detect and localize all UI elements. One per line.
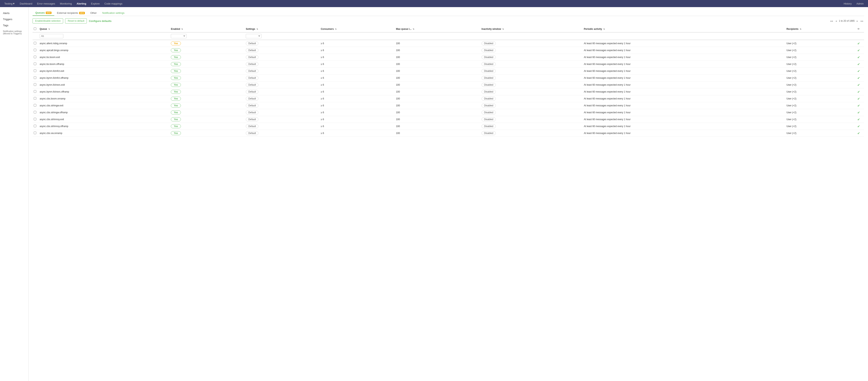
nav-explore[interactable]: Explore bbox=[89, 0, 102, 7]
row-settings-1: Default bbox=[245, 47, 319, 54]
edit-icon-12[interactable]: ✔ bbox=[857, 125, 860, 128]
nav-testing[interactable]: Testing▼ bbox=[2, 0, 18, 7]
edit-icon-4[interactable]: ✔ bbox=[857, 69, 860, 73]
row-periodic-5: At least 60 messages expected every 1 ho… bbox=[583, 74, 785, 82]
row-maxqueue-7: 100 bbox=[395, 88, 480, 95]
enabled-filter-select[interactable]: Yes No bbox=[171, 34, 187, 38]
row-recipients-4: User (+2) bbox=[785, 68, 856, 74]
sidebar-item-notification-settings[interactable]: Notification settings (Moved to Triggers… bbox=[0, 28, 28, 36]
row-checkbox-3[interactable] bbox=[34, 63, 36, 65]
row-inactivity-0: Disabled bbox=[480, 40, 583, 47]
row-periodic-2: At least 60 messages expected every 1 ho… bbox=[583, 54, 785, 61]
row-recipients-10: User (+2) bbox=[785, 109, 856, 116]
edit-icon-6[interactable]: ✔ bbox=[857, 83, 860, 87]
row-checkbox-13[interactable] bbox=[34, 132, 36, 134]
reset-to-default-button[interactable]: Reset to default bbox=[65, 18, 87, 24]
enable-disable-button[interactable]: Enable/disable selection bbox=[33, 18, 63, 24]
row-action-9: ✔ bbox=[856, 102, 864, 109]
sort-enabled-icon: ⇅ bbox=[181, 28, 183, 30]
sidebar-item-alerts[interactable]: Alerts bbox=[0, 10, 28, 16]
nav-error-messages[interactable]: Error messages bbox=[35, 0, 58, 7]
edit-icon-1[interactable]: ✔ bbox=[857, 49, 860, 52]
row-recipients-7: User (+2) bbox=[785, 88, 856, 95]
row-checkbox-2[interactable] bbox=[34, 56, 36, 58]
col-enabled[interactable]: Enabled ⇅ bbox=[169, 26, 245, 32]
row-checkbox-6[interactable] bbox=[34, 83, 36, 86]
tab-queues[interactable]: Queues NEW bbox=[33, 10, 54, 16]
row-recipients-12: User (+2) bbox=[785, 123, 856, 130]
edit-icon-2[interactable]: ✔ bbox=[857, 56, 860, 59]
sort-recipients-icon: ⇅ bbox=[800, 28, 801, 30]
nav-monitoring[interactable]: Monitoring bbox=[57, 0, 74, 7]
edit-icon-3[interactable]: ✔ bbox=[857, 63, 860, 66]
row-queue-7: async.bynrn.llctnsrs.offramp bbox=[38, 88, 169, 95]
pagination-next[interactable]: » bbox=[856, 19, 859, 23]
settings-filter-select[interactable]: Default bbox=[246, 34, 261, 38]
edit-icon-13[interactable]: ✔ bbox=[857, 132, 860, 135]
edit-icon-9[interactable]: ✔ bbox=[857, 104, 860, 107]
table-row: async.bs.boom.exit Yes Default ≥ 6 100 D… bbox=[33, 54, 864, 61]
edit-icon-5[interactable]: ✔ bbox=[857, 76, 860, 80]
tab-queues-label: Queues bbox=[35, 11, 45, 14]
row-maxqueue-10: 100 bbox=[395, 109, 480, 116]
row-consumers-7: ≥ 6 bbox=[319, 88, 395, 95]
row-action-8: ✔ bbox=[856, 95, 864, 102]
row-checkbox-7[interactable] bbox=[34, 90, 36, 93]
tab-notification-settings[interactable]: Notification settings bbox=[99, 10, 127, 15]
edit-icon-8[interactable]: ✔ bbox=[857, 97, 860, 100]
row-recipients-5: User (+2) bbox=[785, 74, 856, 82]
row-queue-8: async.cbs.boom.onramp bbox=[38, 95, 169, 102]
row-periodic-6: At least 60 messages expected every 1 ho… bbox=[583, 82, 785, 88]
row-checkbox-12[interactable] bbox=[34, 125, 36, 127]
row-checkbox-10[interactable] bbox=[34, 111, 36, 114]
col-periodic[interactable]: Periodic activity ⇅ bbox=[583, 26, 785, 32]
row-inactivity-9: Disabled bbox=[480, 102, 583, 109]
col-settings[interactable]: Settings ⇅ bbox=[245, 26, 319, 32]
configure-defaults-button[interactable]: Configure defaults bbox=[89, 20, 112, 23]
row-settings-10: Default bbox=[245, 109, 319, 116]
nav-code-mappings[interactable]: Code mappings bbox=[102, 0, 125, 7]
col-consumers[interactable]: Consumers ⇅ bbox=[319, 26, 395, 32]
tab-notification-label: Notification settings bbox=[102, 11, 124, 14]
row-checkbox-9[interactable] bbox=[34, 104, 36, 106]
col-inactivity[interactable]: Inactivity window ⇅ bbox=[480, 26, 583, 32]
filter-row: Yes No Default bbox=[33, 32, 864, 40]
row-checkbox-5[interactable] bbox=[34, 76, 36, 79]
row-recipients-9: User (+2) bbox=[785, 102, 856, 109]
row-enabled-1: Yes bbox=[169, 47, 245, 54]
row-action-4: ✔ bbox=[856, 68, 864, 74]
col-recipients[interactable]: Recipients ⇅ bbox=[785, 26, 856, 32]
table-row: async.cbs.strtmnsy.exit Yes Default ≥ 6 … bbox=[33, 116, 864, 123]
col-queue[interactable]: Queue ⇅ bbox=[38, 26, 169, 32]
tab-other[interactable]: Other bbox=[88, 10, 100, 15]
sidebar-item-triggers[interactable]: Triggers bbox=[0, 16, 28, 22]
sidebar-item-tags[interactable]: Tags bbox=[0, 22, 28, 28]
queue-filter-input[interactable] bbox=[40, 34, 63, 38]
row-checkbox-11[interactable] bbox=[34, 118, 36, 120]
row-checkbox-0[interactable] bbox=[34, 42, 36, 44]
select-all-checkbox[interactable] bbox=[34, 27, 36, 30]
edit-icon-11[interactable]: ✔ bbox=[857, 118, 860, 121]
edit-icon-7[interactable]: ✔ bbox=[857, 90, 860, 94]
row-checkbox-4[interactable] bbox=[34, 69, 36, 72]
row-settings-11: Default bbox=[245, 116, 319, 123]
nav-alerting[interactable]: Alerting bbox=[74, 0, 89, 7]
pagination-first[interactable]: «« bbox=[830, 19, 834, 23]
row-checkbox-8[interactable] bbox=[34, 97, 36, 100]
col-max-queue[interactable]: Max queue l... ⇅ bbox=[395, 26, 480, 32]
row-settings-6: Default bbox=[245, 82, 319, 88]
pagination-prev[interactable]: « bbox=[835, 19, 838, 23]
edit-icon-10[interactable]: ✔ bbox=[857, 111, 860, 114]
row-consumers-13: ≥ 6 bbox=[319, 130, 395, 137]
pagination-last[interactable]: »» bbox=[860, 19, 864, 23]
nav-admin[interactable]: Admin bbox=[854, 0, 866, 7]
table-row: async.bynrn.llctnfct.offramp Yes Default… bbox=[33, 74, 864, 82]
table-row: async.bs.boom.offramp Yes Default ≥ 6 10… bbox=[33, 61, 864, 68]
tab-external-recipients[interactable]: External recipients NEW bbox=[54, 10, 88, 15]
table-row: async.cbs.strtmnsy.offramp Yes Default ≥… bbox=[33, 123, 864, 130]
row-checkbox-1[interactable] bbox=[34, 49, 36, 51]
nav-dashboard[interactable]: Dashboard bbox=[18, 0, 35, 7]
tab-other-label: Other bbox=[90, 11, 97, 14]
edit-icon-0[interactable]: ✔ bbox=[857, 42, 860, 45]
nav-history[interactable]: History bbox=[841, 0, 854, 7]
